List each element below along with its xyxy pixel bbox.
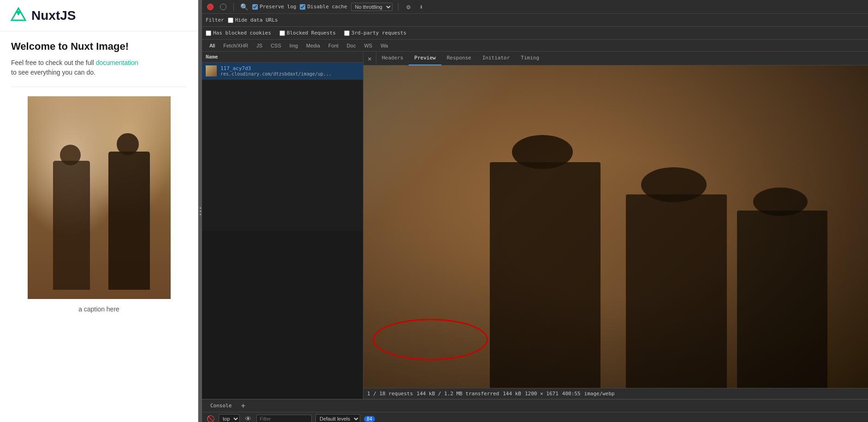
detail-close-button[interactable]: ✕ <box>363 52 376 65</box>
filter-label: Filter <box>206 17 224 23</box>
third-party-label[interactable]: 3rd-party requests <box>344 30 406 36</box>
tab-response[interactable]: Response <box>441 52 477 65</box>
preserve-log-label: Preserve log <box>260 4 296 10</box>
network-item-url: res.cloudinary.com/dtzsbdaxt/image/up... <box>220 71 359 76</box>
nuxt-logo: NuxtJS <box>9 7 76 23</box>
preserve-log-checkbox-label[interactable]: Preserve log <box>252 4 296 10</box>
type-filter-row: Has blocked cookies Blocked Requests 3rd… <box>202 27 868 40</box>
disable-cache-checkbox-label[interactable]: Disable cache <box>300 4 347 10</box>
network-item-info: 117_acy7d3 res.cloudinary.com/dtzsbdaxt/… <box>220 65 359 76</box>
status-type: image/webp <box>584 391 615 397</box>
type-btn-ws[interactable]: WS <box>360 42 376 49</box>
console-level-select[interactable]: Default levels <box>315 414 360 422</box>
detail-content-area <box>363 65 868 388</box>
toolbar-separator <box>233 3 234 11</box>
page-description: Feel free to check out the full document… <box>11 58 187 77</box>
image-caption: a caption here <box>11 305 187 313</box>
tab-preview[interactable]: Preview <box>409 52 441 65</box>
detail-panel: ✕ Headers Preview Response Initiator Tim… <box>363 52 868 399</box>
network-items-list[interactable]: 117_acy7d3 res.cloudinary.com/dtzsbdaxt/… <box>202 63 363 231</box>
network-item[interactable]: 117_acy7d3 res.cloudinary.com/dtzsbdaxt/… <box>202 63 363 80</box>
filter-checkboxes: Hide data URLs <box>228 17 278 23</box>
record-icon <box>207 4 214 10</box>
search-button[interactable]: 🔍 <box>239 2 249 12</box>
disable-cache-checkbox[interactable] <box>300 4 305 10</box>
disable-cache-label: Disable cache <box>307 4 347 10</box>
add-console-tab-button[interactable]: + <box>238 401 248 411</box>
has-blocked-cookies-checkbox[interactable] <box>206 30 211 36</box>
thumb-inner <box>206 65 217 76</box>
content-divider <box>11 87 187 87</box>
nuxt-header: NuxtJS <box>0 0 198 31</box>
console-tab[interactable]: Console <box>206 399 236 412</box>
console-clear-icon[interactable]: 🚫 <box>206 414 215 422</box>
devtools-console-area: Console + 🚫 top 👁 Default levels 84 <box>202 399 868 422</box>
description-suffix: to see everything you can do. <box>11 69 95 76</box>
status-requests: 1 / 18 requests <box>367 391 413 397</box>
svg-marker-1 <box>16 11 21 16</box>
type-btn-js[interactable]: JS <box>253 42 266 49</box>
hide-data-urls-label[interactable]: Hide data URLs <box>228 17 278 23</box>
console-context-select[interactable]: top <box>219 414 240 422</box>
page-content: Welcome to Nuxt Image! Feel free to chec… <box>0 31 198 422</box>
console-error-badge: 84 <box>364 416 375 422</box>
resize-dots <box>200 207 201 215</box>
download-icon[interactable]: ⬇ <box>417 2 426 12</box>
resize-handle[interactable] <box>198 0 202 422</box>
type-btn-doc[interactable]: Doc <box>343 42 360 49</box>
status-size: 144 kB <box>503 391 521 397</box>
blocked-requests-checkbox[interactable] <box>279 30 285 36</box>
console-tabs-bar: Console + <box>202 399 868 412</box>
hide-data-urls-text: Hide data URLs <box>235 17 278 23</box>
type-btn-wa[interactable]: Wa <box>377 42 392 49</box>
network-column-header: Name <box>202 52 363 63</box>
third-party-text: 3rd-party requests <box>351 30 406 36</box>
documentation-link[interactable]: documentation <box>96 59 138 66</box>
clear-button[interactable] <box>219 2 228 12</box>
resize-dot <box>200 214 201 215</box>
tab-headers[interactable]: Headers <box>376 52 409 65</box>
photo-inner <box>28 96 171 299</box>
status-transferred: 144 kB / 1.2 MB transferred <box>416 391 499 397</box>
console-filter-input[interactable] <box>256 415 312 422</box>
type-btn-all[interactable]: All <box>206 42 219 49</box>
network-empty-area <box>202 231 363 399</box>
devtools-panel: 🔍 Preserve log Disable cache No throttli… <box>202 0 868 422</box>
tab-timing[interactable]: Timing <box>515 52 545 65</box>
figure-right <box>108 152 150 290</box>
third-party-checkbox[interactable] <box>344 30 350 36</box>
status-time: 400:55 <box>562 391 581 397</box>
resource-type-filter-bar: All Fetch/XHR JS CSS Img Media Font Doc … <box>202 40 868 52</box>
clear-icon <box>220 4 226 10</box>
status-dimensions: 1200 × 1671 <box>525 391 559 397</box>
page-photo <box>28 96 171 299</box>
hide-data-urls-checkbox[interactable] <box>228 18 233 23</box>
resize-dot <box>200 211 201 212</box>
tab-initiator[interactable]: Initiator <box>477 52 516 65</box>
preserve-log-checkbox[interactable] <box>252 4 258 10</box>
type-btn-fetch-xhr[interactable]: Fetch/XHR <box>220 42 252 49</box>
description-prefix: Feel free to check out the full <box>11 59 96 66</box>
console-bottom-bar: 🚫 top 👁 Default levels 84 <box>202 412 868 422</box>
network-list: Name 117_acy7d3 res.cloudinary.com/dtzsb… <box>202 52 363 399</box>
has-blocked-cookies-label[interactable]: Has blocked cookies <box>206 30 271 36</box>
settings-icon[interactable]: ⚙ <box>404 2 413 12</box>
name-column-label: Name <box>206 54 218 60</box>
resize-dot <box>200 207 201 209</box>
type-btn-media[interactable]: Media <box>303 42 324 49</box>
type-btn-font[interactable]: Font <box>325 42 342 49</box>
toolbar-separator-2 <box>398 3 398 11</box>
type-btn-css[interactable]: CSS <box>267 42 285 49</box>
record-button[interactable] <box>206 2 215 12</box>
blocked-requests-text: Blocked Requests <box>287 30 336 36</box>
devtools-statusbar: 1 / 18 requests 144 kB / 1.2 MB transfer… <box>363 388 868 399</box>
browser-page: NuxtJS Welcome to Nuxt Image! Feel free … <box>0 0 198 422</box>
throttle-select[interactable]: No throttling <box>351 3 392 11</box>
type-btn-img[interactable]: Img <box>286 42 302 49</box>
devtools-main-content: Name 117_acy7d3 res.cloudinary.com/dtzsb… <box>202 52 868 399</box>
console-eye-icon[interactable]: 👁 <box>244 414 253 422</box>
preview-image <box>363 65 868 388</box>
network-item-thumb <box>206 65 217 76</box>
network-item-name: 117_acy7d3 <box>220 65 359 71</box>
blocked-requests-label[interactable]: Blocked Requests <box>279 30 336 36</box>
